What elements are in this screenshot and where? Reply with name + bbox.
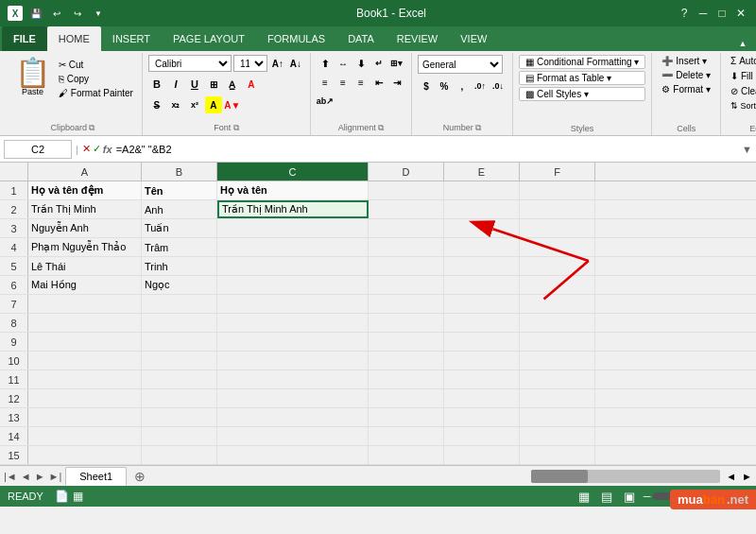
row-number[interactable]: 7 xyxy=(0,295,28,313)
name-box[interactable] xyxy=(4,140,72,159)
list-item[interactable] xyxy=(369,200,444,218)
list-item[interactable] xyxy=(142,427,217,445)
list-item[interactable] xyxy=(142,389,217,407)
tab-view[interactable]: VIEW xyxy=(449,26,498,51)
list-item[interactable] xyxy=(444,389,520,407)
list-item[interactable] xyxy=(142,352,217,370)
list-item[interactable] xyxy=(28,446,142,464)
decrease-decimal-button[interactable]: .0↓ xyxy=(490,78,507,95)
formula-input[interactable] xyxy=(116,140,738,159)
list-item[interactable] xyxy=(369,276,444,294)
col-header-b[interactable]: B xyxy=(142,163,217,181)
list-item[interactable] xyxy=(369,408,444,426)
list-item[interactable] xyxy=(28,408,142,426)
list-item[interactable] xyxy=(217,408,369,426)
row-number[interactable]: 13 xyxy=(0,408,28,426)
list-item[interactable] xyxy=(444,333,520,351)
list-item[interactable] xyxy=(520,219,595,237)
confirm-formula-icon[interactable]: ✓ xyxy=(93,143,101,155)
list-item[interactable] xyxy=(217,389,369,407)
list-item[interactable] xyxy=(217,333,369,351)
list-item[interactable] xyxy=(520,446,595,464)
align-center-button[interactable]: ≡ xyxy=(335,74,352,91)
tab-pagelayout[interactable]: PAGE LAYOUT xyxy=(162,26,256,51)
list-item[interactable] xyxy=(444,276,520,294)
row-number[interactable]: 12 xyxy=(0,389,28,407)
tab-nav-last[interactable]: ►| xyxy=(49,471,62,482)
underline-button[interactable]: U xyxy=(186,76,203,93)
font-color2-button[interactable]: A▼ xyxy=(224,96,241,113)
list-item[interactable] xyxy=(369,389,444,407)
number-format-select[interactable]: General xyxy=(418,55,503,74)
list-item[interactable] xyxy=(520,352,595,370)
formula-expand-icon[interactable]: ▼ xyxy=(742,144,752,155)
strikethrough-button[interactable]: S xyxy=(148,96,165,113)
row-number[interactable]: 10 xyxy=(0,352,28,370)
list-item[interactable] xyxy=(217,314,369,332)
row-number[interactable]: 15 xyxy=(0,446,28,464)
format-cells-button[interactable]: ⚙ Format ▾ xyxy=(658,83,714,95)
view-layout-button[interactable]: ▤ xyxy=(598,488,615,505)
superscript-button[interactable]: x² xyxy=(186,96,203,113)
sort-filter-button[interactable]: ⇅ Sort xyxy=(727,100,756,112)
row-number[interactable]: 4 xyxy=(0,238,28,256)
list-item[interactable] xyxy=(142,408,217,426)
list-item[interactable] xyxy=(520,314,595,332)
help-button[interactable]: ? xyxy=(677,6,692,21)
conditional-formatting-button[interactable]: ▦ Conditional Formatting ▾ xyxy=(519,55,645,69)
tab-formulas[interactable]: FORMULAS xyxy=(256,26,336,51)
align-bottom-button[interactable]: ⬇ xyxy=(352,55,369,72)
list-item[interactable] xyxy=(142,370,217,388)
col-header-a[interactable]: A xyxy=(28,163,142,181)
align-top-button[interactable]: ⬆ xyxy=(317,55,334,72)
list-item[interactable] xyxy=(369,238,444,256)
list-item[interactable] xyxy=(369,181,444,199)
fill-color-button[interactable]: A̲ xyxy=(224,76,241,93)
percent-button[interactable]: % xyxy=(436,78,453,95)
orientation-button[interactable]: ab↗ xyxy=(317,93,334,110)
list-item[interactable]: Anh xyxy=(142,200,217,218)
col-header-f[interactable]: F xyxy=(520,163,595,181)
autosum-button[interactable]: Σ AutoSum ▾ xyxy=(727,55,756,67)
list-item[interactable] xyxy=(444,181,520,199)
fill-button[interactable]: ⬇ Fill ▾ xyxy=(727,70,756,82)
list-item[interactable] xyxy=(142,446,217,464)
list-item[interactable] xyxy=(520,181,595,199)
list-item[interactable] xyxy=(444,446,520,464)
format-table-button[interactable]: ▤ Format as Table ▾ xyxy=(519,71,645,85)
restore-button[interactable]: □ xyxy=(714,6,730,21)
row-number[interactable]: 14 xyxy=(0,427,28,445)
font-name-select[interactable]: Calibri xyxy=(148,55,232,72)
list-item[interactable] xyxy=(28,389,142,407)
list-item[interactable] xyxy=(444,352,520,370)
list-item[interactable] xyxy=(217,370,369,388)
list-item[interactable] xyxy=(520,238,595,256)
undo-icon[interactable]: ↩ xyxy=(49,6,64,21)
paste-button[interactable]: 📋 Paste xyxy=(9,57,56,98)
collapse-ribbon-icon[interactable]: ▲ xyxy=(735,36,750,51)
tab-file[interactable]: FILE xyxy=(2,26,47,51)
list-item[interactable]: Trinh xyxy=(142,257,217,275)
list-item[interactable] xyxy=(369,257,444,275)
indent-decrease-button[interactable]: ⇤ xyxy=(370,74,387,91)
list-item[interactable]: Lê Thái xyxy=(28,257,142,275)
cancel-formula-icon[interactable]: ✕ xyxy=(82,143,91,155)
list-item[interactable] xyxy=(444,200,520,218)
decrease-font-button[interactable]: A↓ xyxy=(287,55,304,72)
list-item[interactable] xyxy=(520,295,595,313)
list-item[interactable] xyxy=(28,352,142,370)
list-item[interactable]: Trâm xyxy=(142,238,217,256)
list-item[interactable] xyxy=(444,370,520,388)
list-item[interactable] xyxy=(369,370,444,388)
list-item[interactable] xyxy=(217,276,369,294)
horizontal-scrollbar[interactable] xyxy=(531,470,720,483)
list-item[interactable] xyxy=(369,333,444,351)
align-right-button[interactable]: ≡ xyxy=(352,74,369,91)
tab-nav-next[interactable]: ► xyxy=(35,471,45,482)
view-normal-icon[interactable]: ▦ xyxy=(73,490,83,503)
list-item[interactable] xyxy=(520,408,595,426)
list-item[interactable] xyxy=(28,333,142,351)
scroll-right-button[interactable]: ► xyxy=(742,471,752,482)
list-item[interactable] xyxy=(444,257,520,275)
close-button[interactable]: ✕ xyxy=(733,6,748,21)
